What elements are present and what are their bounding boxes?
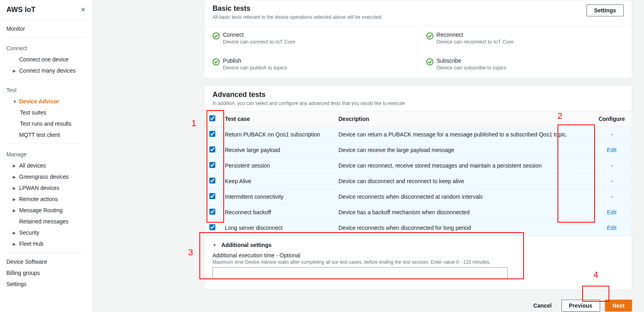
basic-tests-subtitle: All basic tests relevant to the device o… — [213, 14, 382, 20]
nav-item[interactable]: LPWAN devices — [6, 182, 86, 194]
col-configure: Configure — [592, 111, 632, 127]
success-icon — [213, 58, 220, 65]
table-row: Long server disconnectDevice reconnects … — [205, 220, 632, 236]
row-checkbox[interactable] — [209, 162, 215, 168]
nav-item[interactable]: Security — [6, 227, 86, 238]
caret-down-icon — [213, 243, 218, 247]
basic-tests-grid: ConnectDevice can connect to IoT CoreRec… — [205, 26, 632, 78]
row-checkbox[interactable] — [209, 224, 215, 230]
col-testcase: Test case — [220, 111, 334, 127]
basic-tests-title: Basic tests — [213, 4, 382, 13]
nav-item[interactable]: Billing groups — [6, 267, 86, 278]
caret-right-icon — [13, 197, 18, 201]
table-row: Intermittent connectivityDevice reconnec… — [205, 189, 632, 205]
close-icon[interactable]: ✕ — [81, 6, 86, 14]
advanced-tests-panel: Advanced tests In addition, you can sele… — [204, 85, 632, 289]
nav-item[interactable]: Test suites — [6, 107, 86, 118]
basic-tests-panel: Basic tests All basic tests relevant to … — [204, 0, 632, 78]
caret-right-icon — [13, 242, 18, 246]
nav-group: Connect — [6, 41, 86, 54]
select-all-checkbox[interactable] — [209, 115, 215, 121]
cell-configure: - — [592, 189, 632, 205]
edit-link[interactable]: Edit — [607, 147, 616, 153]
cell-configure: Edit — [592, 142, 632, 158]
next-button[interactable]: Next — [605, 300, 632, 312]
execution-time-input[interactable] — [213, 267, 508, 279]
cancel-button[interactable]: Cancel — [529, 300, 557, 311]
svg-point-1 — [427, 33, 433, 39]
row-checkbox[interactable] — [209, 131, 215, 137]
cell-configure: Edit — [592, 220, 632, 236]
cell-configure: - — [592, 127, 632, 142]
edit-link[interactable]: Edit — [607, 225, 616, 231]
row-checkbox[interactable] — [209, 193, 215, 199]
table-row: Return PUBACK on Qos1 subscriptionDevice… — [205, 127, 632, 142]
caret-right-icon — [13, 69, 18, 73]
nav-item[interactable]: Greengrass devices — [6, 171, 86, 182]
nav-item[interactable]: MQTT test client — [6, 129, 86, 140]
nav-item[interactable]: Remote actions — [6, 194, 86, 205]
row-checkbox[interactable] — [209, 209, 215, 215]
row-checkbox[interactable] — [209, 146, 215, 152]
caret-right-icon — [13, 164, 18, 168]
cell-description: Device can reconnect, receive stored mes… — [334, 158, 592, 174]
nav-item[interactable]: Fleet Hub — [6, 238, 86, 249]
svg-point-0 — [213, 33, 219, 39]
basic-test-item: ReconnectDevice can reconnect to IoT Cor… — [418, 26, 632, 52]
nav-group: Manage — [6, 147, 86, 160]
nav-item[interactable]: Monitor — [6, 23, 86, 34]
svg-point-3 — [427, 59, 433, 65]
additional-settings: Additional settings Additional execution… — [205, 236, 632, 289]
caret-right-icon — [13, 175, 18, 179]
nav-item[interactable]: Connect many devices — [6, 65, 86, 76]
table-row: Receive large payloadDevice can receive … — [205, 142, 632, 158]
basic-test-item: PublishDevice can publish to topics — [205, 52, 418, 78]
caret-right-icon — [13, 186, 18, 190]
success-icon — [426, 32, 433, 39]
basic-test-item: SubscribeDevice can subscribe to topics — [418, 52, 632, 78]
nav-item[interactable]: All devices — [6, 160, 86, 171]
cell-testcase: Reconnect backoff — [220, 205, 334, 220]
cell-configure: Edit — [592, 205, 632, 220]
main: Basic tests All basic tests relevant to … — [93, 0, 644, 312]
cell-testcase: Keep Alive — [220, 174, 334, 189]
nav-item[interactable]: Connect one device — [6, 54, 86, 65]
nav-item[interactable]: Device Advisor — [6, 96, 86, 107]
row-checkbox[interactable] — [209, 178, 215, 184]
advanced-tests-subtitle: In addition, you can select and configur… — [213, 101, 624, 106]
previous-button[interactable]: Previous — [561, 300, 600, 312]
additional-settings-header[interactable]: Additional settings — [213, 242, 624, 248]
annotation-1: 1 — [191, 118, 196, 128]
nav: MonitorConnectConnect one deviceConnect … — [0, 20, 92, 293]
execution-time-label: Additional execution time - Optional — [213, 252, 624, 259]
nav-item[interactable]: Settings — [6, 278, 86, 290]
nav-item[interactable]: Message Routing — [6, 205, 86, 216]
col-description: Description — [334, 111, 592, 127]
execution-time-help: Maximum time Device Advisor waits after … — [213, 259, 624, 265]
cell-testcase: Intermittent connectivity — [220, 189, 334, 205]
nav-item[interactable]: Test runs and results — [6, 118, 86, 129]
cell-description: Device reconnects when disconnected at r… — [334, 189, 592, 205]
basic-test-item: ConnectDevice can connect to IoT Core — [205, 26, 418, 52]
sidebar: AWS IoT ✕ MonitorConnectConnect one devi… — [0, 0, 93, 312]
caret-right-icon — [13, 208, 18, 213]
edit-link[interactable]: Edit — [607, 209, 616, 215]
cell-description: Device can disconnect and reconnect to k… — [334, 174, 592, 189]
advanced-tests-title: Advanced tests — [213, 91, 624, 99]
success-icon — [213, 32, 220, 39]
settings-button[interactable]: Settings — [587, 4, 624, 16]
cell-testcase: Long server disconnect — [220, 220, 334, 236]
sidebar-header: AWS IoT ✕ — [0, 0, 92, 20]
nav-item[interactable]: Device Software — [6, 256, 86, 267]
cell-testcase: Return PUBACK on Qos1 subscription — [220, 127, 334, 142]
cell-description: Device reconnects when disconnected for … — [334, 220, 592, 236]
table-row: Reconnect backoffDevice has a backoff me… — [205, 205, 632, 220]
cell-configure: - — [592, 158, 632, 174]
svg-point-2 — [213, 59, 219, 65]
nav-item[interactable]: Retained messages — [6, 216, 86, 227]
success-icon — [426, 58, 433, 65]
caret-down-icon — [13, 99, 18, 104]
cell-description: Device has a backoff mechanism when disc… — [334, 205, 592, 220]
cell-configure: - — [592, 174, 632, 189]
table-row: Persistent sessionDevice can reconnect, … — [205, 158, 632, 174]
